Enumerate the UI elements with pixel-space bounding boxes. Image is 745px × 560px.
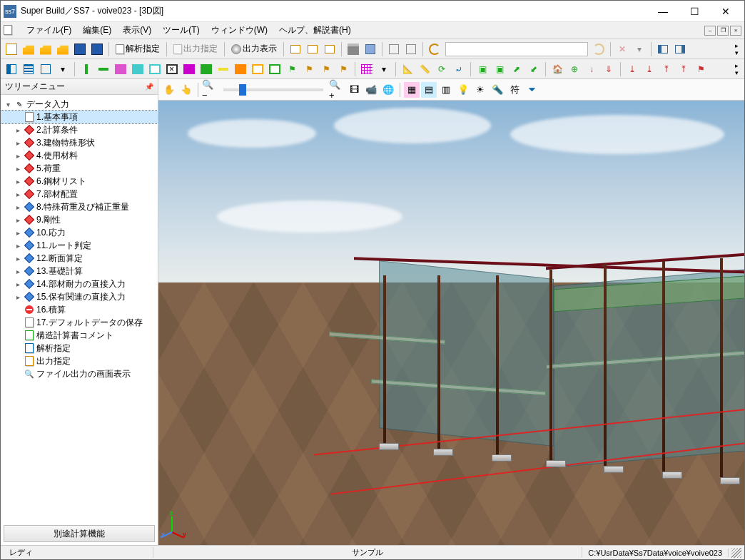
- marker-3[interactable]: ⤒: [659, 61, 674, 77]
- elem-box[interactable]: [164, 61, 180, 77]
- redo-button[interactable]: [591, 41, 607, 57]
- marker-2[interactable]: ⤓: [642, 61, 657, 77]
- tree-item-13[interactable]: ▸13.基礎計算: [1, 265, 158, 278]
- elem-green-1[interactable]: [78, 61, 94, 77]
- tree-item-1[interactable]: 1.基本事項: [1, 111, 158, 123]
- elem-cyan-hollow[interactable]: [147, 61, 163, 77]
- menu-tool[interactable]: ツール(T): [157, 23, 205, 38]
- elem-yellow[interactable]: [216, 61, 231, 77]
- camera-1[interactable]: 🎞: [346, 82, 362, 98]
- light-2[interactable]: ☀: [472, 82, 488, 98]
- light-3[interactable]: 🔦: [490, 82, 505, 98]
- elem-env-1[interactable]: [250, 61, 265, 77]
- zoom-in-button[interactable]: 🔍+: [329, 82, 345, 98]
- tree-item-6[interactable]: ▸6.鋼材リスト: [1, 175, 158, 188]
- marker-4[interactable]: ⤒: [676, 61, 691, 77]
- label-toggle[interactable]: 符: [507, 82, 522, 98]
- refresh-button[interactable]: ⟳: [434, 61, 450, 77]
- nav-2[interactable]: ▣: [492, 61, 507, 77]
- nav-4[interactable]: ⬋: [526, 61, 542, 77]
- tree-item-16[interactable]: 16.積算: [1, 303, 158, 316]
- resize-grip[interactable]: [731, 548, 741, 558]
- delete-dropdown[interactable]: ▾: [632, 41, 647, 57]
- zoom-slider[interactable]: [223, 88, 323, 91]
- toolbar-overflow[interactable]: ▸▾: [731, 62, 741, 76]
- close-button[interactable]: ✕: [710, 1, 741, 21]
- elem-env-2[interactable]: [267, 61, 283, 77]
- window-icon-2[interactable]: [305, 41, 320, 57]
- filter-button[interactable]: ⏷: [524, 82, 539, 98]
- 3d-canvas[interactable]: z y x: [158, 101, 744, 545]
- render-3[interactable]: ▥: [438, 82, 454, 98]
- nav-1[interactable]: ▣: [475, 61, 490, 77]
- tree-item-5[interactable]: ▸5.荷重: [1, 162, 158, 175]
- measure-2[interactable]: 📏: [417, 61, 432, 77]
- tree-item-2[interactable]: ▸2.計算条件: [1, 123, 158, 136]
- window-icon-3[interactable]: [322, 41, 338, 57]
- tree-extra-2[interactable]: 出力指定: [1, 355, 158, 367]
- elem-magenta[interactable]: [181, 61, 197, 77]
- maximize-button[interactable]: ☐: [679, 1, 710, 21]
- light-1[interactable]: 💡: [455, 82, 471, 98]
- home-button[interactable]: 🏠: [549, 61, 565, 77]
- view-building-1[interactable]: [4, 61, 19, 77]
- panel-left-button[interactable]: [655, 41, 671, 57]
- tree-item-8[interactable]: ▸8.特殊荷重及び補正重量: [1, 200, 158, 213]
- tree-item-14[interactable]: ▸14.部材耐力の直接入力: [1, 278, 158, 290]
- nav-3[interactable]: ⬈: [509, 61, 524, 77]
- tree[interactable]: ▾✎データ入力1.基本事項▸2.計算条件▸3.建物特殊形状▸4.使用材料▸5.荷…: [1, 95, 158, 522]
- open-doc-button[interactable]: [55, 41, 71, 57]
- other-calc-button[interactable]: 別途計算機能: [4, 525, 155, 542]
- elem-flag-2[interactable]: ⚑: [301, 61, 317, 77]
- elem-pink[interactable]: [113, 61, 128, 77]
- open-alt-button[interactable]: [38, 41, 54, 57]
- tree-item-11[interactable]: ▸11.ルート判定: [1, 239, 158, 252]
- sphere-button[interactable]: 🌐: [380, 82, 396, 98]
- tree-item-9[interactable]: ▸9.剛性: [1, 213, 158, 226]
- tool-button-b[interactable]: [403, 41, 419, 57]
- menu-file[interactable]: ファイル(F): [21, 23, 77, 38]
- elem-cyan[interactable]: [130, 61, 146, 77]
- rotate-button[interactable]: ⤾: [451, 61, 467, 77]
- tree-item-10[interactable]: ▸10.応力: [1, 226, 158, 239]
- camera-2[interactable]: 📹: [363, 82, 379, 98]
- elem-grid[interactable]: [359, 61, 375, 77]
- window-icon-1[interactable]: [288, 41, 303, 57]
- tree-item-3[interactable]: ▸3.建物特殊形状: [1, 136, 158, 149]
- mdi-minimize-button[interactable]: –: [704, 26, 716, 36]
- elem-grid-dropdown[interactable]: ▾: [376, 61, 392, 77]
- analysis-button[interactable]: 解析指定: [113, 43, 163, 55]
- hand-button[interactable]: ✋: [161, 82, 177, 98]
- undo-button[interactable]: [427, 41, 442, 57]
- panel-right-button[interactable]: [672, 41, 688, 57]
- view-building-3[interactable]: [38, 61, 54, 77]
- pin-button[interactable]: 📌: [145, 83, 153, 91]
- view-building-dropdown[interactable]: ▾: [55, 61, 71, 77]
- zoom-out-button[interactable]: 🔍−: [202, 82, 218, 98]
- tool-button-a[interactable]: [386, 41, 402, 57]
- down-button-2[interactable]: ⇓: [601, 61, 617, 77]
- export-button[interactable]: [363, 41, 378, 57]
- doc-menu-icon[interactable]: [4, 25, 16, 36]
- tree-extra-0[interactable]: 構造計算書コメント: [1, 329, 158, 342]
- tree-item-7[interactable]: ▸7.部材配置: [1, 188, 158, 200]
- pointer-button[interactable]: 👆: [178, 82, 194, 98]
- tree-root[interactable]: ▾✎データ入力: [1, 98, 158, 111]
- tree-item-12[interactable]: ▸12.断面算定: [1, 252, 158, 265]
- flag-red[interactable]: ⚑: [693, 61, 709, 77]
- measure-1[interactable]: 📐: [400, 61, 415, 77]
- toolbar-overflow[interactable]: ▸▾: [731, 42, 741, 56]
- menu-help[interactable]: ヘルプ、解説書(H): [273, 23, 357, 38]
- new-button[interactable]: [4, 41, 19, 57]
- menu-view[interactable]: 表示(V): [117, 23, 157, 38]
- menu-window[interactable]: ウィンドウ(W): [206, 23, 273, 38]
- tree-item-17[interactable]: 17.デフォルトデータの保存: [1, 316, 158, 329]
- down-button-1[interactable]: ↓: [584, 61, 599, 77]
- tree-item-15[interactable]: ▸15.保有関連の直接入力: [1, 290, 158, 303]
- elem-green-2[interactable]: [96, 61, 111, 77]
- slider-thumb[interactable]: [239, 84, 246, 96]
- save-as-button[interactable]: [89, 41, 105, 57]
- print-button[interactable]: [345, 41, 361, 57]
- save-button[interactable]: [72, 41, 88, 57]
- delete-button[interactable]: ✕: [614, 41, 630, 57]
